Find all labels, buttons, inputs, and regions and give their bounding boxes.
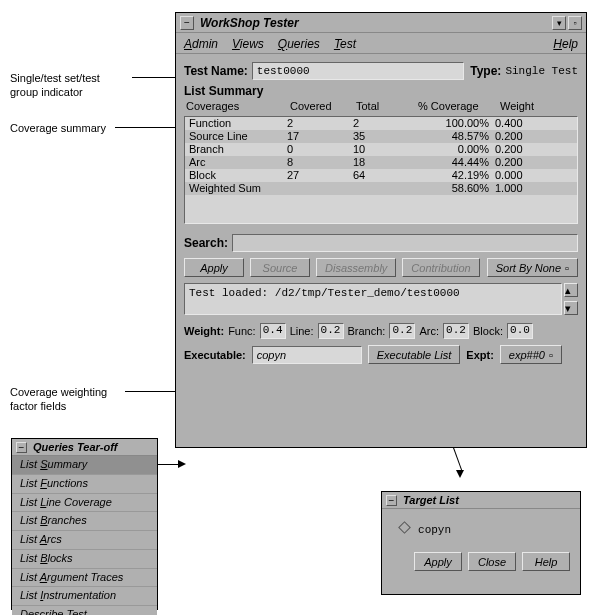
cell: 0 [287, 143, 353, 156]
list-summary-title: List Summary [184, 84, 578, 98]
minimize-icon[interactable]: ▾ [552, 16, 566, 30]
cell [353, 182, 415, 195]
titlebar[interactable]: − WorkShop Tester ▾ ▫ [176, 13, 586, 33]
col-covered: Covered [290, 100, 356, 112]
cell: Branch [189, 143, 287, 156]
tearoff-list: List SummaryList FunctionsList Line Cove… [12, 456, 157, 615]
test-name-input[interactable]: test0000 [252, 62, 464, 80]
contribution-button[interactable]: Contribution [402, 258, 479, 277]
search-input[interactable] [232, 234, 578, 252]
expt-dropdown[interactable]: exp##0 ▫ [500, 345, 562, 364]
maximize-icon[interactable]: ▫ [568, 16, 582, 30]
cell: 0.000 [495, 169, 555, 182]
cell: Function [189, 117, 287, 130]
disassembly-button[interactable]: Disassembly [316, 258, 396, 277]
weight-func-label: Func: [228, 325, 256, 337]
table-row[interactable]: Arc81844.44%0.200 [185, 156, 577, 169]
cell: 58.60% [415, 182, 495, 195]
source-button[interactable]: Source [250, 258, 310, 277]
weight-block-label: Block: [473, 325, 503, 337]
workshop-tester-window: − WorkShop Tester ▾ ▫ Admin Views Querie… [175, 12, 587, 448]
col-weight: Weight [500, 100, 560, 112]
table-row[interactable]: Function22100.00%0.400 [185, 117, 577, 130]
weight-block-input[interactable]: 0.0 [507, 323, 533, 339]
cell [287, 182, 353, 195]
sort-label: Sort By None [496, 262, 561, 274]
sort-button[interactable]: Sort By None ▫ [487, 258, 578, 277]
status-message: Test loaded: /d2/tmp/Tester_demo/test000… [184, 283, 562, 315]
tearoff-item[interactable]: Describe Test [12, 606, 157, 615]
table-row[interactable]: Block276442.19%0.000 [185, 169, 577, 182]
cell: 27 [287, 169, 353, 182]
cell: 1.000 [495, 182, 555, 195]
tearoff-titlebar[interactable]: − Queries Tear-off [12, 439, 157, 456]
target-help-button[interactable]: Help [522, 552, 570, 571]
weight-func-input[interactable]: 0.4 [260, 323, 286, 339]
cell: 42.19% [415, 169, 495, 182]
target-close-button[interactable]: Close [468, 552, 516, 571]
weight-line-label: Line: [290, 325, 314, 337]
menu-queries[interactable]: Queries [278, 37, 320, 51]
weight-arc-input[interactable]: 0.2 [443, 323, 469, 339]
tearoff-item[interactable]: List Summary [12, 456, 157, 475]
table-row[interactable]: Source Line173548.57%0.200 [185, 130, 577, 143]
scroll-down-icon[interactable]: ▾ [564, 301, 578, 315]
cell: 64 [353, 169, 415, 182]
queries-tearoff-window: − Queries Tear-off List SummaryList Func… [11, 438, 158, 610]
target-item-label: copyn [418, 524, 451, 536]
target-title: Target List [397, 494, 576, 506]
weight-branch-input[interactable]: 0.2 [389, 323, 415, 339]
target-item[interactable]: copyn [400, 523, 570, 536]
tearoff-item[interactable]: List Line Coverage [12, 494, 157, 513]
coverage-table[interactable]: Function22100.00%0.400Source Line173548.… [184, 116, 578, 224]
annotation-coverage-summary: Coverage summary [10, 122, 106, 136]
test-name-label: Test Name: [184, 64, 248, 78]
weight-label: Weight: [184, 325, 224, 337]
dropdown-icon: ▫ [549, 349, 553, 361]
annotation-weight-fields: Coverage weightingfactor fields [10, 386, 140, 414]
cell: 8 [287, 156, 353, 169]
radio-diamond-icon[interactable] [398, 521, 411, 534]
menu-admin[interactable]: Admin [184, 37, 218, 51]
menu-test[interactable]: Test [334, 37, 356, 51]
target-titlebar[interactable]: − Target List [382, 492, 580, 509]
cell: 17 [287, 130, 353, 143]
cell: Weighted Sum [189, 182, 287, 195]
type-value: Single Test [505, 65, 578, 77]
window-menu-icon[interactable]: − [386, 495, 397, 506]
cell: 48.57% [415, 130, 495, 143]
target-apply-button[interactable]: Apply [414, 552, 462, 571]
table-row[interactable]: Branch0100.00%0.200 [185, 143, 577, 156]
menubar: Admin Views Queries Test Help [176, 33, 586, 54]
cell: 0.200 [495, 143, 555, 156]
col-pct: % Coverage [418, 100, 500, 112]
tearoff-item[interactable]: List Functions [12, 475, 157, 494]
table-row[interactable]: Weighted Sum58.60%1.000 [185, 182, 577, 195]
scroll-up-icon[interactable]: ▴ [564, 283, 578, 297]
cell: 2 [287, 117, 353, 130]
coverage-header: Coverages Covered Total % Coverage Weigh… [184, 98, 578, 116]
apply-button[interactable]: Apply [184, 258, 244, 277]
expt-value: exp##0 [509, 349, 545, 361]
tearoff-item[interactable]: List Blocks [12, 550, 157, 569]
tearoff-item[interactable]: List Argument Traces [12, 569, 157, 588]
window-menu-icon[interactable]: − [180, 16, 194, 30]
tearoff-item[interactable]: List Arcs [12, 531, 157, 550]
cell: Source Line [189, 130, 287, 143]
window-menu-icon[interactable]: − [16, 442, 27, 453]
weight-arc-label: Arc: [419, 325, 439, 337]
executable-list-button[interactable]: Executable List [368, 345, 461, 364]
menu-views[interactable]: Views [232, 37, 264, 51]
cell: 10 [353, 143, 415, 156]
cell: 44.44% [415, 156, 495, 169]
action-buttons: Apply Source Disassembly Contribution So… [184, 258, 578, 277]
tearoff-item[interactable]: List Branches [12, 512, 157, 531]
executable-input[interactable]: copyn [252, 346, 362, 364]
cell: 18 [353, 156, 415, 169]
tearoff-item[interactable]: List Instrumentation [12, 587, 157, 606]
menu-help[interactable]: Help [553, 37, 578, 51]
cell: 100.00% [415, 117, 495, 130]
weight-line-input[interactable]: 0.2 [318, 323, 344, 339]
annotation-test-indicator: Single/test set/testgroup indicator [10, 72, 140, 100]
type-label: Type: [470, 64, 501, 78]
